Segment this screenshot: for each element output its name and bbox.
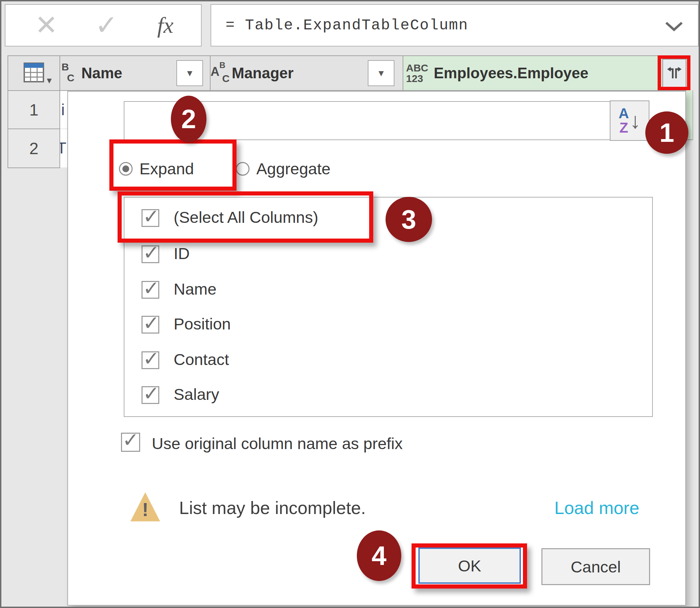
aggregate-radio-label: Aggregate	[256, 159, 331, 178]
formula-bar[interactable]: = Table.ExpandTableColumn	[211, 4, 699, 46]
column-header-label: Name	[81, 65, 122, 82]
column-label-position: Position	[174, 314, 231, 333]
check-icon: ✓	[143, 241, 160, 264]
load-more-link[interactable]: Load more	[554, 498, 640, 518]
column-header-label: Employees.Employee	[434, 65, 588, 82]
step-badge-2: 2	[171, 96, 206, 142]
table-cell-fragment: i	[60, 91, 68, 129]
step-badge-3: 3	[386, 197, 432, 242]
column-label-id: ID	[174, 244, 190, 263]
column-label-salary: Salary	[174, 385, 219, 404]
row-number-1[interactable]: 1	[8, 90, 60, 129]
highlight-ok-button	[412, 543, 527, 589]
cancel-button[interactable]: Cancel	[541, 548, 650, 585]
check-icon: ✓	[143, 347, 160, 370]
power-query-expand-column-screen: ✕ ✓ fx = Table.ExpandTableColumn ▼ B C N	[0, 0, 700, 608]
warning-icon: !	[129, 491, 161, 524]
use-original-name-prefix-label: Use original column name as prefix	[152, 434, 403, 453]
warning-text: List may be incomplete.	[179, 498, 366, 518]
confirm-formula-icon[interactable]: ✓	[95, 8, 118, 42]
row-number-2[interactable]: 2	[8, 129, 60, 168]
check-icon: ✓	[143, 382, 160, 405]
table-cell-fragment: T	[60, 129, 68, 167]
step-badge-4: 4	[357, 530, 401, 581]
filter-button-manager[interactable]: ▼	[368, 60, 394, 86]
fx-icon[interactable]: fx	[157, 8, 174, 42]
column-checkbox-position[interactable]: ✓	[142, 316, 159, 334]
sort-button[interactable]: A Z ↓	[610, 100, 649, 141]
text-type-icon: B C	[60, 60, 81, 86]
filter-arrow-icon: ▼	[185, 68, 194, 79]
column-header-label: Manager	[232, 65, 294, 82]
text-type-icon: A B C	[211, 60, 232, 86]
expand-formula-bar-icon[interactable]	[664, 21, 684, 33]
table-icon	[23, 62, 44, 84]
highlight-expand-column-button	[658, 55, 690, 90]
column-header-employees-employee[interactable]: ABC 123 Employees.Employee	[403, 55, 690, 91]
step-badge-1: 1	[645, 111, 688, 154]
formula-text: = Table.ExpandTableColumn	[226, 17, 468, 34]
filter-button-name[interactable]: ▼	[176, 60, 203, 86]
warning-exclamation: !	[129, 498, 161, 521]
column-checkbox-contact[interactable]: ✓	[142, 351, 159, 369]
filter-arrow-icon: ▼	[377, 68, 386, 79]
aggregate-radio[interactable]	[236, 162, 250, 176]
sort-az-icon: A Z	[619, 106, 629, 135]
cancel-formula-icon[interactable]: ✕	[35, 8, 58, 42]
column-checkbox-id[interactable]: ✓	[142, 245, 159, 263]
highlight-select-all-columns	[118, 191, 373, 243]
column-label-contact: Contact	[174, 350, 229, 369]
any-type-icon: ABC 123	[406, 63, 428, 84]
select-table-corner-button[interactable]: ▼	[8, 55, 60, 91]
column-checkbox-salary[interactable]: ✓	[142, 386, 159, 404]
highlight-expand-radio	[109, 139, 237, 191]
use-original-name-prefix-checkbox[interactable]: ✓	[121, 433, 140, 452]
check-icon: ✓	[122, 428, 139, 451]
sort-down-arrow-icon: ↓	[630, 108, 641, 133]
check-icon: ✓	[143, 276, 160, 300]
column-label-name: Name	[174, 280, 216, 298]
column-checkbox-name[interactable]: ✓	[142, 281, 159, 299]
table-menu-arrow-icon: ▼	[45, 76, 53, 85]
check-icon: ✓	[143, 311, 160, 335]
formula-toolbar: ✕ ✓ fx	[5, 4, 202, 46]
